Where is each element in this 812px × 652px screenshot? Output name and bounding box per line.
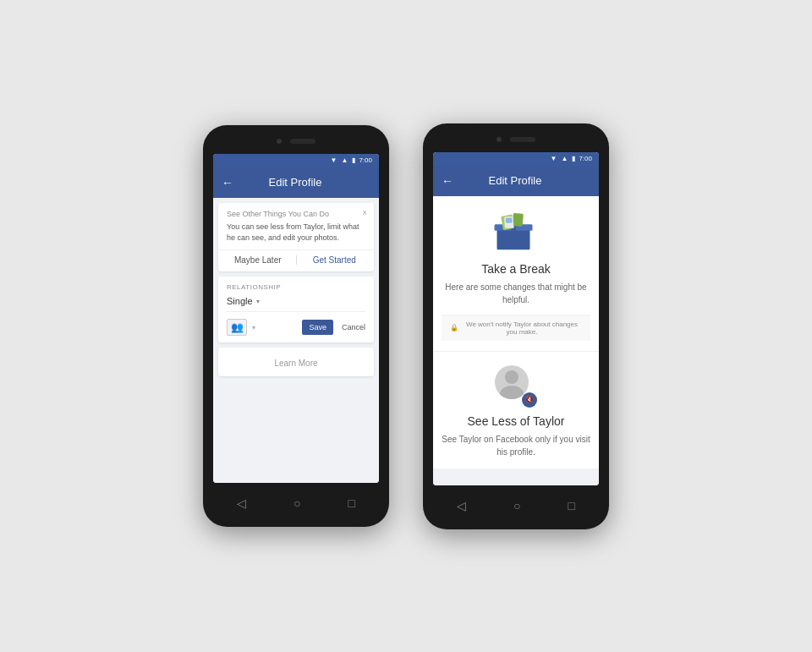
notification-actions: Maybe Later Get Started [218,249,374,265]
save-button[interactable]: Save [302,320,333,335]
wifi-icon-r: ▼ [551,155,557,162]
notification-close[interactable]: × [362,208,367,217]
svg-rect-0 [497,227,530,249]
app-bar-left: ← Edit Profile [213,167,379,198]
relationship-value: Single [227,296,253,306]
phone-right: ▼ ▲ ▮ 7:00 ← Edit Profile [423,123,609,529]
recents-nav-icon[interactable]: □ [348,496,355,510]
friends-glyph: 👥 [231,321,244,333]
break-title: Take a Break [442,262,590,276]
nav-bar-left: ◁ ○ □ [213,490,379,517]
privacy-note: 🔒 We won't notify Taylor about changes y… [442,315,590,341]
signal-icon: ▲ [342,156,348,164]
svg-point-8 [500,386,524,399]
svg-rect-6 [506,217,513,222]
empty-area-right [433,468,599,485]
see-less-icon-container: 🔇 [495,365,537,408]
see-less-section: 🔇 See Less of Taylor See Taylor on Faceb… [433,352,599,468]
home-nav-icon-r[interactable]: ○ [513,499,520,512]
cancel-button[interactable]: Cancel [342,323,365,331]
learn-more-button[interactable]: Learn More [274,359,317,368]
page-title-right: Edit Profile [440,174,590,187]
privacy-note-text: We won't notify Taylor about changes you… [462,321,582,336]
learn-more-section: Learn More [218,348,374,376]
phone-top-right [433,134,599,145]
friend-row: 👥 ▾ Save Cancel [227,319,365,336]
wifi-icon: ▼ [331,156,337,164]
page-title-left: Edit Profile [220,176,370,189]
screen-left: ▼ ▲ ▮ 7:00 ← Edit Profile See Other Thin… [213,154,379,483]
status-icons-right: ▼ ▲ ▮ 7:00 [548,155,592,162]
maybe-later-button[interactable]: Maybe Later [227,255,297,265]
battery-icon: ▮ [352,156,355,164]
back-nav-icon-r[interactable]: ◁ [457,499,466,512]
empty-area-left [213,381,379,483]
box-illustration [491,210,541,252]
home-nav-icon[interactable]: ○ [294,496,300,510]
signal-icon-r: ▲ [562,155,568,162]
speaker-right [510,137,535,142]
notification-body: You can see less from Taylor, limit what… [227,222,365,243]
phone-left: ▼ ▲ ▮ 7:00 ← Edit Profile See Other Thin… [203,125,389,527]
back-nav-icon[interactable]: ◁ [237,496,246,510]
camera-right [497,137,502,142]
see-less-title: See Less of Taylor [442,414,590,428]
relationship-label: RELATIONSHIP [227,283,365,291]
break-description: Here are some changes that might be help… [442,281,590,306]
time-right: 7:00 [579,155,592,162]
camera-left [277,139,282,144]
status-bar-right: ▼ ▲ ▮ 7:00 [433,152,599,166]
relationship-section: RELATIONSHIP Single ▾ 👥 ▾ Save Cancel [218,277,374,342]
phone-top-left [213,135,379,147]
notification-card: See Other Things You Can Do You can see … [218,203,374,271]
time-left: 7:00 [359,156,372,164]
break-section: Take a Break Here are some changes that … [433,196,599,352]
dropdown-small-arrow-icon: ▾ [252,324,255,331]
screen-right: ▼ ▲ ▮ 7:00 ← Edit Profile [433,152,599,485]
status-icons-left: ▼ ▲ ▮ 7:00 [328,156,372,164]
svg-rect-4 [513,212,524,226]
nav-bar-right: ◁ ○ □ [433,492,599,519]
svg-point-7 [505,370,518,384]
get-started-button[interactable]: Get Started [297,255,366,265]
battery-icon-r: ▮ [572,155,575,162]
relationship-dropdown[interactable]: Single ▾ [227,296,365,312]
speaker-left [290,139,315,144]
friend-icon[interactable]: 👥 [227,319,247,336]
lock-icon: 🔒 [450,324,458,331]
notification-title: See Other Things You Can Do [227,210,365,218]
status-bar-left: ▼ ▲ ▮ 7:00 [213,154,379,167]
break-icon-container [442,210,590,255]
mute-badge: 🔇 [522,392,537,408]
mute-icon: 🔇 [525,396,534,403]
see-less-description: See Taylor on Facebook only if you visit… [442,433,590,458]
dropdown-arrow-icon: ▾ [256,298,260,305]
app-bar-right: ← Edit Profile [433,166,599,196]
recents-nav-icon-r[interactable]: □ [568,499,575,512]
